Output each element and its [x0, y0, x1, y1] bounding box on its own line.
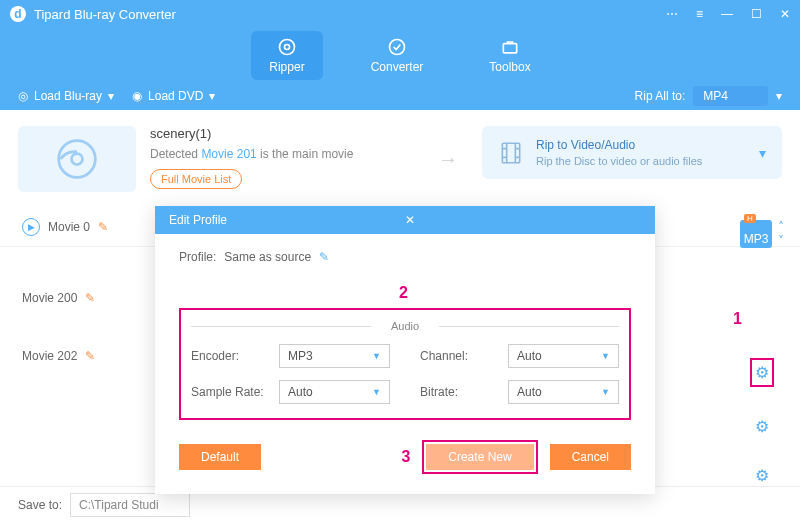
- edit-icon[interactable]: ✎: [98, 220, 108, 234]
- audio-section-title: Audio: [191, 320, 619, 332]
- encoder-label: Encoder:: [191, 349, 269, 363]
- chevron-down-icon: ▾: [209, 89, 215, 103]
- chevron-down-icon: ▾: [108, 89, 114, 103]
- feedback-icon[interactable]: ⋯: [666, 7, 678, 21]
- app-title: Tipard Blu-ray Converter: [34, 7, 666, 22]
- default-button[interactable]: Default: [179, 444, 261, 470]
- tab-ripper[interactable]: Ripper: [251, 31, 322, 80]
- menu-icon[interactable]: ≡: [696, 7, 703, 21]
- dvd-icon: ◉: [132, 89, 142, 103]
- svg-rect-3: [503, 43, 516, 52]
- chevron-down-icon: ▼: [372, 387, 381, 397]
- load-bluray-button[interactable]: ◎ Load Blu-ray ▾: [18, 89, 114, 103]
- channel-select[interactable]: Auto▼: [508, 344, 619, 368]
- detected-movie-link[interactable]: Movie 201: [201, 147, 256, 161]
- disc-name: scenery(1): [150, 126, 424, 141]
- movie-title: Movie 202: [22, 349, 77, 363]
- bitrate-label: Bitrate:: [420, 385, 498, 399]
- create-new-button[interactable]: Create New: [426, 444, 533, 470]
- ripall-select[interactable]: MP4: [693, 86, 768, 106]
- encoder-select[interactable]: MP3▼: [279, 344, 390, 368]
- edit-icon[interactable]: ✎: [319, 250, 329, 264]
- bluray-disc-icon: [55, 137, 99, 181]
- detected-text: Detected Movie 201 is the main movie: [150, 147, 424, 161]
- chevron-down-icon[interactable]: ˅: [778, 234, 784, 248]
- full-movie-list-button[interactable]: Full Movie List: [150, 169, 242, 189]
- svg-point-2: [389, 39, 404, 54]
- chevron-down-icon[interactable]: ▾: [759, 145, 766, 161]
- chevron-down-icon: ▼: [601, 387, 610, 397]
- save-label: Save to:: [18, 498, 62, 512]
- format-badge[interactable]: MP3: [740, 220, 772, 248]
- svg-point-5: [72, 154, 83, 165]
- rip-card-title: Rip to Video/Audio: [536, 138, 747, 152]
- edit-icon[interactable]: ✎: [85, 349, 95, 363]
- annotation-3: 3: [401, 448, 410, 466]
- svg-point-0: [279, 39, 294, 54]
- gear-icon[interactable]: ⚙: [755, 466, 769, 485]
- bitrate-select[interactable]: Auto▼: [508, 380, 619, 404]
- tab-converter[interactable]: Converter: [353, 31, 442, 80]
- annotation-box-1: ⚙: [750, 358, 774, 387]
- cancel-button[interactable]: Cancel: [550, 444, 631, 470]
- modal-title: Edit Profile: [169, 213, 405, 227]
- profile-label: Profile:: [179, 250, 216, 264]
- annotation-box-3: Create New: [422, 440, 537, 474]
- toolbox-icon: [500, 37, 520, 57]
- annotation-1: 1: [733, 310, 742, 328]
- load-dvd-button[interactable]: ◉ Load DVD ▾: [132, 89, 215, 103]
- svg-point-1: [284, 44, 289, 49]
- chevron-up-icon[interactable]: ˄: [778, 220, 784, 234]
- channel-label: Channel:: [420, 349, 498, 363]
- gear-icon[interactable]: ⚙: [755, 417, 769, 436]
- chevron-down-icon: ▼: [601, 351, 610, 361]
- chevron-down-icon: ▼: [372, 351, 381, 361]
- movie-title: Movie 0: [48, 220, 90, 234]
- convert-icon: [387, 37, 407, 57]
- app-logo: d: [10, 6, 26, 22]
- bluray-icon: ◎: [18, 89, 28, 103]
- disc-thumbnail: [18, 126, 136, 192]
- annotation-2: 2: [399, 284, 800, 302]
- svg-rect-6: [502, 143, 519, 163]
- close-icon[interactable]: ✕: [405, 213, 641, 227]
- tab-toolbox[interactable]: Toolbox: [471, 31, 548, 80]
- movie-title: Movie 200: [22, 291, 77, 305]
- close-icon[interactable]: ✕: [780, 7, 790, 21]
- save-path-input[interactable]: C:\Tipard Studi: [70, 493, 190, 517]
- minimize-icon[interactable]: —: [721, 7, 733, 21]
- tab-ripper-label: Ripper: [269, 60, 304, 74]
- edit-profile-modal: Edit Profile ✕ Profile: Same as source ✎…: [155, 206, 655, 494]
- annotation-box-2: Audio Encoder: MP3▼ Channel: Auto▼ Sampl…: [179, 308, 631, 420]
- edit-icon[interactable]: ✎: [85, 291, 95, 305]
- disc-icon: [277, 37, 297, 57]
- sample-rate-label: Sample Rate:: [191, 385, 269, 399]
- rip-card[interactable]: Rip to Video/Audio Rip the Disc to video…: [482, 126, 782, 179]
- play-icon[interactable]: ▶: [22, 218, 40, 236]
- rip-card-sub: Rip the Disc to video or audio files: [536, 155, 747, 167]
- profile-value: Same as source: [224, 250, 311, 264]
- ripall-label: Rip All to:: [635, 89, 686, 103]
- tab-toolbox-label: Toolbox: [489, 60, 530, 74]
- film-icon: [498, 140, 524, 166]
- maximize-icon[interactable]: ☐: [751, 7, 762, 21]
- gear-icon[interactable]: ⚙: [755, 364, 769, 381]
- chevron-down-icon[interactable]: ▾: [776, 89, 782, 103]
- svg-point-4: [59, 141, 96, 178]
- sample-rate-select[interactable]: Auto▼: [279, 380, 390, 404]
- tab-converter-label: Converter: [371, 60, 424, 74]
- arrow-right-icon: →: [438, 148, 468, 171]
